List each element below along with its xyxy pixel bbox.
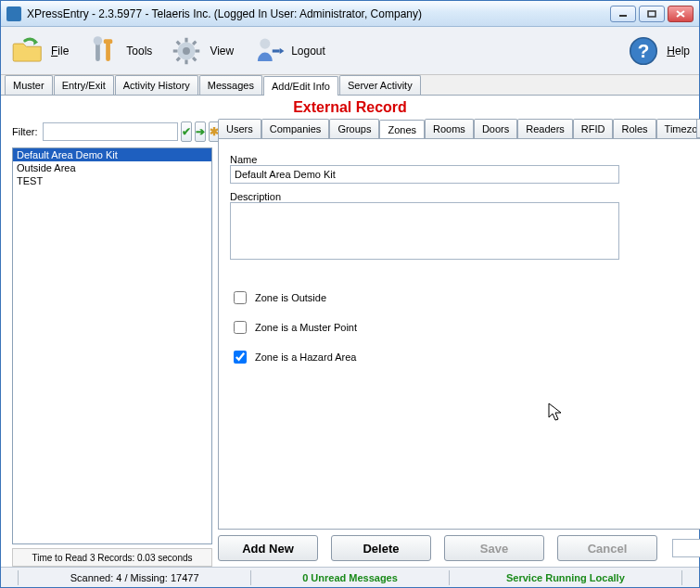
help-menu[interactable]: ? Help (626, 33, 690, 69)
tools-icon (85, 33, 121, 69)
minimize-button[interactable] (610, 6, 636, 22)
status-service: Service Running Locally (461, 572, 670, 583)
help-icon: ? (626, 33, 661, 69)
gear-icon (169, 33, 204, 69)
page-heading: External Record (6, 96, 694, 119)
zone-form: Name Description Zone is Outside Zone is… (218, 139, 700, 530)
left-panel: Filter: ✔ ➔ ✱ Default Area Demo KitOutsi… (12, 119, 212, 567)
subtab-doors[interactable]: Doors (474, 119, 517, 138)
record-count (672, 539, 700, 557)
tab-scroll: ◄ ► (696, 119, 700, 138)
status-bar: Scanned: 4 / Missing: 17477 0 Unread Mes… (1, 567, 699, 587)
subtab-wrap: UsersCompaniesGroupsZonesRoomsDoorsReade… (218, 119, 700, 139)
logout-menu-label: Logout (291, 45, 325, 58)
subtab-roles[interactable]: Roles (613, 119, 655, 138)
svg-rect-7 (107, 40, 111, 60)
view-menu-label: View (210, 45, 234, 58)
svg-point-10 (183, 47, 190, 55)
svg-rect-8 (104, 39, 113, 44)
tools-menu[interactable]: Tools (85, 33, 152, 69)
window-buttons (610, 6, 694, 22)
logout-menu[interactable]: Logout (250, 33, 325, 69)
svg-point-19 (260, 38, 270, 48)
window-title: XPressEntry - 2.3.5977 - Telaeris Inc. (… (27, 7, 610, 20)
zone-muster-label: Zone is a Muster Point (255, 322, 357, 333)
description-input[interactable] (230, 202, 619, 260)
svg-line-15 (177, 41, 180, 44)
file-menu-label: File (51, 45, 69, 58)
filter-label: Filter: (12, 126, 38, 137)
tools-menu-label: Tools (126, 45, 152, 58)
app-icon (6, 6, 21, 21)
tab-activity-history[interactable]: Activity History (115, 75, 198, 95)
subtab-rooms[interactable]: Rooms (425, 119, 474, 138)
folder-icon (10, 33, 45, 69)
filter-apply-button[interactable]: ✔ (181, 121, 192, 142)
arrow-right-icon: ➔ (196, 125, 205, 138)
zone-list[interactable]: Default Area Demo KitOutside AreaTEST (12, 147, 212, 544)
list-item[interactable]: Outside Area (13, 161, 211, 174)
svg-rect-1 (648, 11, 655, 17)
action-button-row: Add New Delete Save Cancel (218, 530, 700, 567)
subtab-rfid[interactable]: RFID (573, 119, 614, 138)
description-label: Description (230, 191, 700, 202)
svg-text:?: ? (638, 40, 650, 61)
maximize-button[interactable] (639, 6, 665, 22)
svg-line-16 (194, 58, 197, 60)
zone-hazard-checkbox[interactable] (234, 351, 247, 364)
subtab-companies[interactable]: Companies (261, 119, 330, 138)
check-icon: ✔ (182, 125, 191, 138)
tab-add-edit-info[interactable]: Add/Edit Info (263, 76, 338, 96)
add-new-button[interactable]: Add New (218, 535, 318, 561)
tab-messages[interactable]: Messages (199, 75, 262, 95)
svg-point-6 (94, 36, 103, 45)
name-input[interactable] (230, 165, 619, 184)
title-bar: XPressEntry - 2.3.5977 - Telaeris Inc. (… (1, 1, 699, 27)
mouse-cursor-icon (548, 403, 565, 423)
close-button[interactable] (668, 6, 694, 22)
help-menu-label: Help (667, 45, 690, 58)
asterisk-icon: ✱ (210, 125, 219, 138)
zone-outside-checkbox[interactable] (234, 291, 247, 304)
filter-input[interactable] (43, 122, 178, 141)
subtab-users[interactable]: Users (218, 119, 261, 138)
zone-muster-checkbox[interactable] (234, 321, 247, 334)
filter-row: Filter: ✔ ➔ ✱ (12, 119, 212, 145)
module-tabs: MusterEntry/ExitActivity HistoryMessages… (1, 75, 699, 96)
svg-line-18 (177, 58, 180, 60)
list-item[interactable]: TEST (13, 174, 211, 187)
name-label: Name (230, 154, 700, 165)
main-toolbar: File Tools View Logout ? Help (1, 27, 699, 75)
status-unread-messages[interactable]: 0 Unread Messages (262, 572, 438, 583)
subtab-timezones[interactable]: Timezones (656, 119, 700, 138)
view-menu[interactable]: View (169, 33, 234, 69)
tab-scroll-left[interactable]: ◄ (696, 119, 700, 138)
subtab-readers[interactable]: Readers (517, 119, 573, 138)
svg-marker-20 (280, 47, 285, 53)
zone-outside-label: Zone is Outside (255, 292, 326, 303)
subtab-zones[interactable]: Zones (379, 120, 425, 139)
entity-tabs: UsersCompaniesGroupsZonesRoomsDoorsReade… (218, 119, 700, 139)
filter-go-button[interactable]: ➔ (195, 121, 206, 142)
right-panel: UsersCompaniesGroupsZonesRoomsDoorsReade… (218, 119, 700, 567)
file-menu[interactable]: File (10, 33, 69, 69)
save-button[interactable]: Save (444, 535, 544, 561)
delete-button[interactable]: Delete (331, 535, 431, 561)
app-window: XPressEntry - 2.3.5977 - Telaeris Inc. (… (0, 0, 700, 588)
tab-server-activity[interactable]: Server Activity (339, 75, 421, 95)
svg-line-17 (194, 41, 197, 44)
cancel-button[interactable]: Cancel (557, 535, 657, 561)
logout-icon (250, 33, 286, 69)
tab-muster[interactable]: Muster (5, 75, 53, 95)
subtab-groups[interactable]: Groups (329, 119, 379, 138)
tab-entry-exit[interactable]: Entry/Exit (54, 75, 114, 95)
list-item[interactable]: Default Area Demo Kit (13, 148, 211, 161)
status-scanned: Scanned: 4 / Missing: 17477 (30, 572, 239, 583)
zone-hazard-label: Zone is a Hazard Area (255, 352, 356, 363)
read-timing-label: Time to Read 3 Records: 0.03 seconds (12, 548, 212, 567)
